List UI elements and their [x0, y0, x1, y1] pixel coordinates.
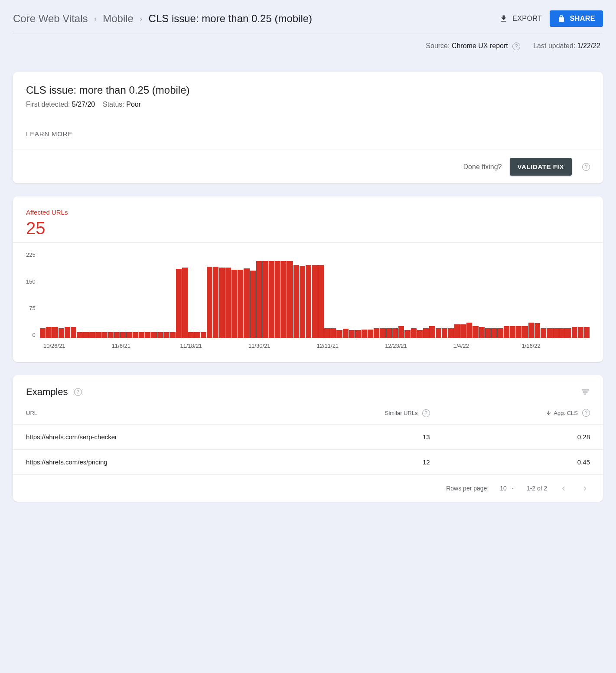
chart-bar[interactable] — [163, 332, 169, 338]
chart-bar[interactable] — [219, 268, 225, 338]
chart-bar[interactable] — [578, 327, 583, 338]
chart-bars[interactable] — [40, 252, 590, 338]
chart-bar[interactable] — [281, 261, 287, 338]
chart-bar[interactable] — [139, 332, 144, 338]
chart-bar[interactable] — [262, 261, 268, 338]
chart-bar[interactable] — [108, 332, 114, 338]
chart-bar[interactable] — [46, 327, 52, 338]
chart-bar[interactable] — [368, 330, 373, 338]
chart-bar[interactable] — [374, 328, 379, 338]
chart-bar[interactable] — [504, 326, 509, 338]
chart-bar[interactable] — [479, 327, 485, 338]
prev-page-button[interactable]: ‹ — [558, 481, 568, 496]
col-similar[interactable]: Similar URLs? — [280, 402, 443, 425]
chart-bar[interactable] — [250, 271, 256, 338]
chart-bar[interactable] — [522, 326, 528, 338]
chart-bar[interactable] — [287, 261, 293, 338]
chart-bar[interactable] — [343, 329, 349, 338]
table-row[interactable]: https://ahrefs.com/serp-checker 13 0.28 — [13, 425, 603, 450]
chart-bar[interactable] — [133, 332, 138, 338]
chart-bar[interactable] — [516, 326, 521, 338]
chart-bar[interactable] — [535, 323, 540, 338]
rows-per-page-select[interactable]: 10 — [500, 485, 515, 492]
chart-bar[interactable] — [201, 332, 206, 338]
chart-bar[interactable] — [491, 328, 497, 338]
chart-bar[interactable] — [71, 327, 76, 338]
chart-bar[interactable] — [101, 332, 107, 338]
chart-bar[interactable] — [355, 330, 361, 338]
chart-bar[interactable] — [306, 265, 311, 338]
chart-bar[interactable] — [411, 328, 417, 338]
chart-bar[interactable] — [392, 328, 398, 338]
chart-bar[interactable] — [553, 328, 559, 338]
chart-bar[interactable] — [145, 332, 150, 338]
chart-bar[interactable] — [336, 330, 342, 338]
chart-bar[interactable] — [83, 332, 89, 338]
chart-bar[interactable] — [429, 326, 435, 338]
chart-bar[interactable] — [386, 328, 392, 338]
chart-bar[interactable] — [89, 332, 95, 338]
chart-bar[interactable] — [312, 265, 317, 338]
chart-bar[interactable] — [120, 332, 126, 338]
help-icon[interactable]: ? — [582, 163, 590, 171]
chart-bar[interactable] — [231, 270, 237, 338]
chart-bar[interactable] — [572, 327, 577, 338]
chart-bar[interactable] — [318, 265, 324, 338]
chart-bar[interactable] — [485, 328, 491, 338]
chart-bar[interactable] — [238, 270, 243, 338]
chart-bar[interactable] — [497, 328, 503, 338]
export-button[interactable]: EXPORT — [499, 14, 542, 23]
filter-icon[interactable] — [580, 387, 590, 397]
chart-bar[interactable] — [324, 328, 330, 338]
chart-bar[interactable] — [65, 327, 70, 338]
chart-bar[interactable] — [448, 328, 453, 338]
chart-bar[interactable] — [559, 328, 565, 338]
chart-bar[interactable] — [349, 330, 355, 338]
chart-bar[interactable] — [398, 326, 404, 338]
chart-bar[interactable] — [417, 330, 423, 338]
breadcrumb-root[interactable]: Core Web Vitals — [13, 13, 88, 25]
chart-bar[interactable] — [95, 332, 101, 338]
chart-bar[interactable] — [213, 267, 218, 338]
chart-bar[interactable] — [182, 268, 188, 338]
chart-bar[interactable] — [151, 332, 156, 338]
chart-bar[interactable] — [565, 328, 571, 338]
learn-more-link[interactable]: LEARN MORE — [26, 130, 590, 137]
chart-bar[interactable] — [207, 267, 212, 338]
chart-bar[interactable] — [256, 261, 262, 338]
chart-bar[interactable] — [362, 330, 367, 338]
chart-bar[interactable] — [176, 269, 182, 338]
next-page-button[interactable]: › — [580, 481, 590, 496]
chart-bar[interactable] — [244, 268, 249, 338]
chart-bar[interactable] — [194, 332, 200, 338]
chart-bar[interactable] — [541, 328, 546, 338]
chart-bar[interactable] — [330, 328, 336, 338]
chart-bar[interactable] — [300, 266, 305, 338]
chart-bar[interactable] — [510, 326, 515, 338]
help-icon[interactable]: ? — [422, 409, 430, 417]
chart-bar[interactable] — [275, 261, 280, 338]
col-agg-cls[interactable]: Agg. CLS? — [443, 402, 603, 425]
chart-bar[interactable] — [126, 332, 132, 338]
table-row[interactable]: https://ahrefs.com/es/pricing 12 0.45 — [13, 450, 603, 475]
chart-bar[interactable] — [404, 330, 410, 338]
chart-bar[interactable] — [157, 332, 163, 338]
chart-bar[interactable] — [423, 328, 429, 338]
help-icon[interactable]: ? — [512, 42, 520, 50]
chart-bar[interactable] — [528, 323, 534, 338]
chart-bar[interactable] — [442, 328, 447, 338]
chart-bar[interactable] — [188, 332, 194, 338]
help-icon[interactable]: ? — [582, 409, 590, 417]
help-icon[interactable]: ? — [74, 388, 82, 396]
chart-bar[interactable] — [293, 265, 299, 338]
chart-bar[interactable] — [169, 332, 175, 338]
chart-bar[interactable] — [225, 268, 231, 338]
chart-bar[interactable] — [466, 323, 472, 338]
chart-bar[interactable] — [460, 324, 466, 338]
validate-fix-button[interactable]: VALIDATE FIX — [510, 158, 572, 176]
chart-bar[interactable] — [52, 327, 58, 338]
col-url[interactable]: URL — [13, 402, 280, 425]
chart-bar[interactable] — [380, 328, 385, 338]
chart-bar[interactable] — [59, 328, 64, 338]
chart-bar[interactable] — [473, 326, 478, 338]
